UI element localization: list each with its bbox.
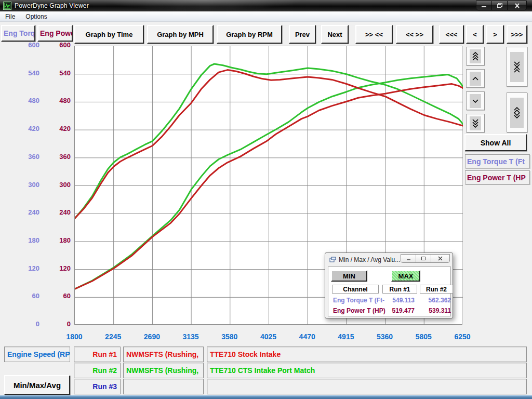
- channel-column-header: Channel: [332, 285, 379, 294]
- x-channel-field[interactable]: Engine Speed (RPM: [4, 347, 70, 362]
- y-axis-tick-label: 300: [15, 181, 39, 189]
- caption-buttons: [476, 1, 527, 10]
- triple-chevron-down-icon: [470, 116, 481, 130]
- window-bottom-border: [0, 395, 532, 399]
- y-axis-tick-label: 0: [46, 320, 71, 328]
- x-axis-tick-label: 2245: [95, 332, 131, 341]
- scroll-left-button[interactable]: <: [466, 25, 484, 44]
- y-axis-tick-label: 300: [46, 181, 71, 189]
- titlebar-gloss: [94, 0, 312, 11]
- minmax-restore-button[interactable]: [416, 255, 431, 262]
- scroll-fast-left-button[interactable]: <<<: [439, 25, 464, 44]
- scale-down-button[interactable]: [466, 91, 485, 110]
- power-row-channel: Eng Power T (HP): [333, 307, 385, 314]
- power-row-run2-max: 539.311: [420, 307, 451, 314]
- scale-up-fast-button[interactable]: [466, 47, 485, 65]
- expand-vertical-button[interactable]: [507, 92, 527, 132]
- compress-vertical-icon: [510, 52, 524, 82]
- expand-vertical-icon: [510, 98, 524, 128]
- y-axis-tick-label: 60: [15, 292, 39, 300]
- close-button[interactable]: [508, 1, 526, 10]
- min-button[interactable]: MIN: [331, 270, 367, 282]
- y-axis-tick-label: 540: [46, 69, 71, 77]
- y-axis-tick-label: 600: [15, 41, 39, 49]
- y-axis-tick-label: 180: [15, 236, 39, 244]
- run2-desc-field[interactable]: TTE710 CTS Intake Port Match: [207, 363, 527, 378]
- y-axis-tick-label: 240: [15, 208, 39, 216]
- menu-bar: File Options: [0, 11, 532, 22]
- y-axis-tick-label: 360: [46, 153, 71, 161]
- x-axis-tick-label: 5360: [367, 332, 403, 341]
- x-axis-tick-label: 4025: [250, 332, 287, 341]
- y-axis-tick-label: 0: [15, 320, 39, 328]
- y-axis-tick-label: 120: [15, 264, 39, 272]
- y-axis-tick-label: 240: [46, 208, 71, 216]
- run1-file-field[interactable]: NWMSFTS (Rushing,: [123, 347, 204, 362]
- powerdyne-window: PowerDyne Graph Viewer File Options Eng …: [0, 0, 532, 399]
- torque-row-run2-max: 562.362: [420, 297, 451, 304]
- run3-desc-field[interactable]: [207, 379, 527, 394]
- x-axis-tick-label: 1800: [56, 332, 92, 341]
- x-axis-tick-label: 5805: [405, 332, 442, 341]
- title-bar[interactable]: PowerDyne Graph Viewer: [0, 0, 532, 11]
- x-axis-tick-label: 6250: [444, 332, 481, 341]
- minmax-window-title: Min / Max / Avg Valu...: [339, 256, 400, 263]
- chevron-down-icon: [470, 94, 481, 108]
- power-channel-label[interactable]: Eng Power T (HP: [465, 170, 530, 184]
- run2-column-header: Run #2: [420, 285, 453, 294]
- run1-desc-field[interactable]: TTE710 Stock Intake: [207, 347, 527, 362]
- y-axis-tick-label: 180: [46, 236, 71, 244]
- run3-file-field[interactable]: [123, 379, 204, 394]
- x-axis-tick-label: 3580: [211, 332, 248, 341]
- x-axis-tick-label: 3135: [172, 332, 209, 341]
- torque-row-run1-max: 549.113: [383, 297, 415, 304]
- torque-row-channel: Eng Torque T (Ft-: [333, 297, 384, 304]
- run1-label: Run #1: [74, 347, 121, 362]
- run3-label: Run #3: [74, 379, 121, 394]
- graph-by-mph-button[interactable]: Graph by MPH: [147, 25, 214, 44]
- x-axis-tick-label: 2690: [134, 332, 170, 341]
- y-axis-tick-label: 480: [46, 97, 71, 104]
- y-axis-tick-label: 420: [15, 125, 39, 132]
- minmaxavg-button[interactable]: Min/Max/Avg: [4, 375, 70, 395]
- triple-chevron-up-icon: [470, 49, 481, 63]
- minmax-caption-buttons: [401, 254, 450, 263]
- y-axis-tick-label: 60: [46, 292, 71, 300]
- x-axis-tick-label: 4915: [328, 332, 364, 341]
- scale-up-button[interactable]: [466, 69, 485, 88]
- minmax-window-icon: [329, 257, 336, 263]
- next-button[interactable]: Next: [321, 25, 349, 44]
- scroll-fast-right-button[interactable]: >>>: [507, 25, 527, 44]
- app-icon: [3, 2, 11, 10]
- scale-down-fast-button[interactable]: [466, 114, 485, 132]
- y-axis-tick-label: 420: [46, 125, 71, 132]
- maximize-button[interactable]: [492, 1, 508, 10]
- minmax-close-button[interactable]: [431, 255, 449, 262]
- y-axis-tick-label: 120: [46, 264, 71, 272]
- max-button[interactable]: MAX: [391, 270, 420, 282]
- graph-by-rpm-button[interactable]: Graph by RPM: [217, 25, 282, 44]
- y-axis-tick-label: 540: [15, 69, 39, 77]
- run1-column-header: Run #1: [382, 285, 417, 294]
- run2-label: Run #2: [74, 363, 121, 378]
- compress-vertical-button[interactable]: [507, 47, 527, 87]
- y-axis-tick-label: 480: [15, 97, 39, 104]
- minmax-values-window[interactable]: Min / Max / Avg Valu... MIN MAX Channel …: [325, 252, 453, 318]
- y-axis-tick-label: 360: [15, 153, 39, 161]
- run2-file-field[interactable]: NWMSFTS (Rushing,: [123, 363, 204, 378]
- x-axis-tick-label: 4470: [289, 332, 325, 341]
- y-axis-tick-label: 600: [46, 41, 71, 49]
- minimize-button[interactable]: [476, 1, 492, 10]
- power-row-run1-max: 519.477: [383, 307, 415, 314]
- zoom-out-x-button[interactable]: << >>: [396, 25, 433, 44]
- scroll-right-button[interactable]: >: [486, 25, 504, 44]
- torque-axis-labels: 060120180240300360420480540600: [15, 0, 39, 399]
- prev-button[interactable]: Prev: [289, 25, 316, 44]
- zoom-in-x-button[interactable]: >> <<: [355, 25, 393, 44]
- torque-channel-label[interactable]: Eng Torque T (Ft: [465, 154, 530, 168]
- minmax-minimize-button[interactable]: [401, 255, 416, 262]
- minmax-title-bar[interactable]: Min / Max / Avg Valu...: [325, 253, 453, 266]
- show-all-button[interactable]: Show All: [464, 134, 527, 151]
- chevron-up-icon: [470, 72, 481, 86]
- graph-by-time-button[interactable]: Graph by Time: [74, 25, 144, 44]
